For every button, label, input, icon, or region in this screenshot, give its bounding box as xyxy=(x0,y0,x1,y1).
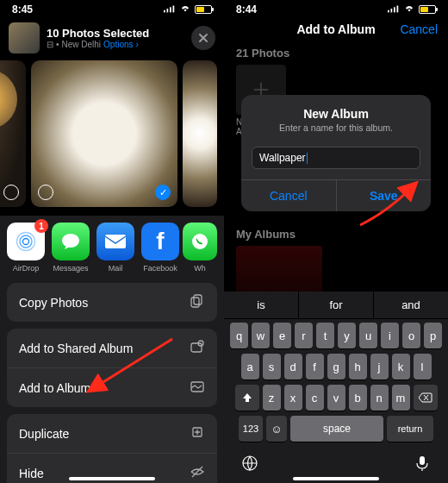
status-bar: 8:45 xyxy=(0,0,224,17)
add-shared-album-action[interactable]: Add to Shared Album xyxy=(7,329,217,368)
battery-icon xyxy=(195,5,212,14)
photo-preview[interactable]: ✓ xyxy=(31,60,177,207)
messages-app[interactable]: Messages xyxy=(48,223,93,273)
emoji-key[interactable]: ☺ xyxy=(266,416,287,442)
key-p[interactable]: p xyxy=(424,323,442,348)
signal-icon xyxy=(164,3,176,16)
return-key[interactable]: return xyxy=(387,416,433,442)
numbers-key[interactable]: 123 xyxy=(239,416,263,442)
key-row: z x c v b n m xyxy=(227,385,445,411)
facebook-app[interactable]: f Facebook xyxy=(138,223,183,273)
dialog-title: New Album xyxy=(252,107,420,121)
chevron-right-icon: › xyxy=(136,40,139,49)
action-label: Add to Shared Album xyxy=(19,342,133,355)
app-label: Facebook xyxy=(143,264,177,273)
home-indicator[interactable] xyxy=(293,477,379,480)
photo-preview[interactable] xyxy=(183,60,217,207)
nav-cancel-button[interactable]: Cancel xyxy=(400,22,438,36)
delete-key[interactable] xyxy=(414,385,438,411)
photo-preview[interactable] xyxy=(0,60,26,207)
key-d[interactable]: d xyxy=(284,354,302,380)
svg-point-5 xyxy=(20,235,32,248)
key-k[interactable]: k xyxy=(392,354,410,380)
mail-app[interactable]: Mail xyxy=(93,223,138,273)
home-indicator[interactable] xyxy=(69,477,155,480)
action-label: Hide xyxy=(19,467,44,480)
dialog-save-button[interactable]: Save xyxy=(336,180,432,211)
key-l[interactable]: l xyxy=(414,354,432,380)
key-g[interactable]: g xyxy=(327,354,345,380)
input-value: Wallpaper xyxy=(259,152,306,164)
key-b[interactable]: b xyxy=(349,385,367,411)
app-label: Wh xyxy=(194,264,206,273)
key-i[interactable]: i xyxy=(381,323,399,348)
key-w[interactable]: w xyxy=(252,323,270,348)
key-h[interactable]: h xyxy=(349,354,367,380)
svg-rect-8 xyxy=(105,235,126,248)
key-m[interactable]: m xyxy=(392,385,410,411)
svg-rect-10 xyxy=(194,295,202,304)
key-s[interactable]: s xyxy=(263,354,281,380)
prediction[interactable]: is xyxy=(224,292,299,318)
key-f[interactable]: f xyxy=(306,354,324,380)
status-time: 8:45 xyxy=(12,3,33,16)
prediction[interactable]: and xyxy=(374,292,448,318)
mail-icon xyxy=(96,223,134,260)
prediction[interactable]: for xyxy=(299,292,374,318)
status-time: 8:44 xyxy=(236,3,257,16)
key-row: a s d f g h j k l xyxy=(227,354,445,380)
album-icon xyxy=(190,379,205,397)
key-v[interactable]: v xyxy=(327,385,345,411)
key-t[interactable]: t xyxy=(316,323,334,348)
nav-bar: Add to Album Cancel xyxy=(224,17,448,43)
duplicate-icon xyxy=(190,424,205,442)
new-album-dialog: New Album Enter a name for this album. W… xyxy=(241,95,431,211)
key-u[interactable]: u xyxy=(359,323,377,348)
action-label: Add to Album xyxy=(19,381,90,395)
space-key[interactable]: space xyxy=(290,416,383,442)
key-x[interactable]: x xyxy=(284,385,302,411)
key-a[interactable]: a xyxy=(241,354,259,380)
selection-thumbnail xyxy=(9,22,40,53)
selection-circle[interactable] xyxy=(3,185,19,200)
svg-rect-1 xyxy=(167,9,169,12)
key-y[interactable]: y xyxy=(338,323,356,348)
copy-icon xyxy=(190,293,205,311)
photo-preview-row[interactable]: ✓ xyxy=(0,60,224,216)
mic-icon[interactable] xyxy=(414,455,431,474)
key-row: 123 ☺ space return xyxy=(227,416,445,442)
options-link[interactable]: Options xyxy=(103,40,133,49)
shift-key[interactable] xyxy=(235,385,259,411)
key-c[interactable]: c xyxy=(306,385,324,411)
key-o[interactable]: o xyxy=(402,323,420,348)
whatsapp-app[interactable]: Wh xyxy=(183,223,217,273)
duplicate-action[interactable]: Duplicate xyxy=(7,414,217,454)
svg-rect-16 xyxy=(388,10,389,13)
share-apps-row[interactable]: 1 AirDrop Messages Mail f Facebook Wh xyxy=(0,216,224,278)
selection-checkmark-icon[interactable]: ✓ xyxy=(155,185,171,200)
prediction-bar: is for and xyxy=(224,292,448,319)
add-to-album-action[interactable]: Add to Album xyxy=(7,368,217,407)
key-n[interactable]: n xyxy=(370,385,389,411)
key-z[interactable]: z xyxy=(263,385,281,411)
svg-rect-17 xyxy=(391,9,393,12)
copy-photos-action[interactable]: Copy Photos xyxy=(7,283,217,322)
action-list: Copy Photos Add to Shared Album Add to A… xyxy=(0,278,224,483)
nav-title: Add to Album xyxy=(296,22,375,36)
airdrop-app[interactable]: 1 AirDrop xyxy=(3,223,48,273)
keyboard[interactable]: is for and q w e r t y u i o p a xyxy=(224,292,448,483)
whatsapp-icon xyxy=(183,223,217,260)
key-j[interactable]: j xyxy=(370,354,389,380)
wifi-icon xyxy=(403,3,415,16)
key-q[interactable]: q xyxy=(230,323,248,348)
dialog-cancel-button[interactable]: Cancel xyxy=(241,180,336,211)
key-r[interactable]: r xyxy=(295,323,313,348)
album-name-input[interactable]: Wallpaper xyxy=(252,147,420,169)
close-button[interactable] xyxy=(191,26,215,50)
selection-circle[interactable] xyxy=(38,185,53,200)
globe-icon[interactable] xyxy=(241,455,258,474)
key-e[interactable]: e xyxy=(273,323,291,348)
text-cursor xyxy=(307,153,308,164)
battery-icon xyxy=(419,5,436,14)
app-label: AirDrop xyxy=(13,264,40,273)
